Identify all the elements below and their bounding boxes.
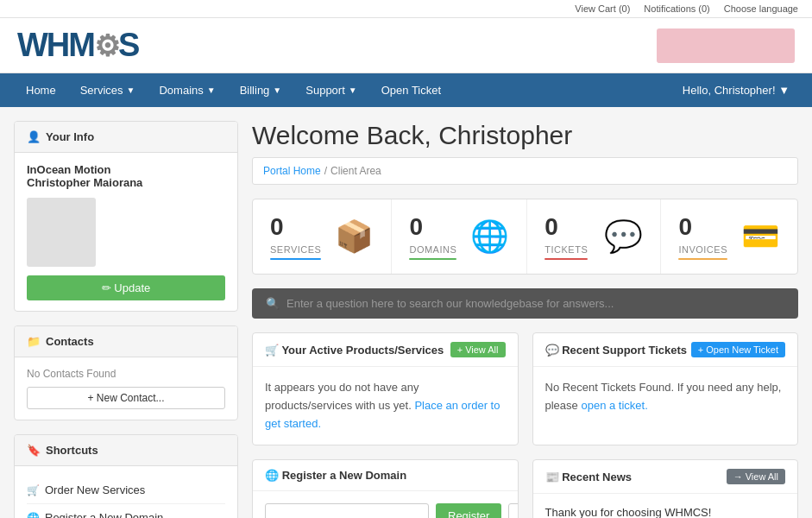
shortcut-register-domain[interactable]: 🌐 Register a New Domain — [27, 504, 225, 518]
nav-home[interactable]: Home — [14, 73, 68, 107]
services-dropdown-arrow: ▼ — [127, 85, 135, 95]
register-domain-button[interactable]: Register — [436, 503, 501, 518]
recent-news-card: 📰 Recent News → View All Thank you for c… — [532, 459, 799, 518]
main-content: Welcome Back, Christopher Portal Home / … — [252, 121, 798, 518]
content: 👤 Your Info InOcean Motion Christopher M… — [0, 107, 812, 518]
transfer-domain-button[interactable]: Transfer — [508, 503, 518, 518]
support-tickets-title: 💬 Recent Support Tickets — [545, 344, 688, 357]
logo: WHM⚙S — [17, 27, 138, 64]
search-bar: 🔍 — [252, 288, 798, 319]
breadcrumb: Portal Home / Client Area — [252, 157, 798, 185]
nav-open-ticket[interactable]: Open Ticket — [369, 73, 453, 107]
register-domain-card: 🌐 Register a New Domain Register Transfe… — [252, 459, 519, 518]
top-bar: View Cart (0) Notifications (0) Choose l… — [0, 0, 812, 18]
billing-dropdown-arrow: ▼ — [273, 85, 281, 95]
active-products-header: 🛒 Your Active Products/Services + View A… — [253, 333, 518, 367]
recent-news-body: Thank you for choosing WHMCS! 12/01/2016 — [533, 494, 798, 518]
support-tickets-card: 💬 Recent Support Tickets + Open New Tick… — [532, 332, 799, 445]
your-info-body: InOcean Motion Christopher Maiorana ✏ Up… — [15, 153, 237, 311]
invoices-label: INVOICES — [678, 244, 727, 255]
nav-domains[interactable]: Domains ▼ — [147, 73, 227, 107]
breadcrumb-separator: / — [324, 165, 327, 177]
shortcuts-body: 🛒 Order New Services 🌐 Register a New Do… — [15, 466, 237, 518]
stat-services: 0 SERVICES 📦 — [253, 199, 392, 274]
active-products-body: It appears you do not have any products/… — [253, 367, 518, 445]
avatar — [27, 198, 96, 267]
sidebar: 👤 Your Info InOcean Motion Christopher M… — [14, 121, 238, 518]
shortcuts-panel: 🔖 Shortcuts 🛒 Order New Services 🌐 Regis… — [14, 434, 238, 518]
stats-row: 0 SERVICES 📦 0 DOMAINS 🌐 0 TICKETS — [252, 199, 798, 275]
domains-label: DOMAINS — [409, 244, 456, 255]
shortcuts-header: 🔖 Shortcuts — [15, 435, 237, 466]
domain-input[interactable] — [265, 503, 429, 518]
header: WHM⚙S — [0, 18, 812, 73]
view-all-products-button[interactable]: + View All — [450, 342, 506, 357]
domains-icon: 🌐 — [470, 218, 509, 255]
shortcut-order-services[interactable]: 🛒 Order New Services — [27, 477, 225, 504]
logo-text: WHM⚙S — [17, 27, 138, 64]
tickets-label: TICKETS — [544, 244, 588, 255]
services-icon: 📦 — [335, 218, 374, 255]
nav-support[interactable]: Support ▼ — [293, 73, 368, 107]
header-avatar — [657, 28, 795, 63]
person-icon: 👤 — [27, 130, 41, 143]
active-products-text: It appears you do not have any products/… — [265, 381, 419, 412]
recent-news-header: 📰 Recent News → View All — [533, 460, 798, 494]
services-count: 0 — [270, 213, 321, 241]
tickets-underline — [544, 258, 588, 260]
user-greeting-arrow: ▼ — [778, 84, 790, 97]
register-domain-icon: 🌐 — [265, 469, 282, 482]
user-name: Christopher Maiorana — [27, 176, 225, 189]
support-tickets-header: 💬 Recent Support Tickets + Open New Tick… — [533, 333, 798, 367]
open-ticket-link[interactable]: open a ticket. — [581, 399, 647, 412]
welcome-title: Welcome Back, Christopher — [252, 121, 798, 150]
tickets-icon: 💬 — [604, 218, 643, 255]
cart-icon: 🛒 — [27, 484, 40, 496]
services-label: SERVICES — [270, 244, 321, 255]
your-info-panel: 👤 Your Info InOcean Motion Christopher M… — [14, 121, 238, 312]
cards-row-1: 🛒 Your Active Products/Services + View A… — [252, 332, 798, 445]
domains-underline — [409, 258, 456, 260]
search-input[interactable] — [286, 297, 784, 310]
your-info-header: 👤 Your Info — [15, 122, 237, 153]
new-contact-button[interactable]: + New Contact... — [27, 387, 225, 409]
invoices-icon: 💳 — [741, 218, 780, 255]
stat-invoices: 0 INVOICES 💳 — [661, 199, 797, 274]
contacts-panel: 📁 Contacts No Contacts Found + New Conta… — [14, 325, 238, 420]
open-new-ticket-button[interactable]: + Open New Ticket — [691, 342, 785, 357]
services-underline — [270, 258, 321, 260]
view-all-news-button[interactable]: → View All — [727, 469, 785, 484]
domains-dropdown-arrow: ▼ — [207, 85, 216, 95]
tickets-count: 0 — [544, 213, 588, 241]
domains-count: 0 — [409, 213, 456, 241]
invoices-underline — [678, 258, 727, 260]
company-name: InOcean Motion — [27, 163, 225, 176]
nav: Home Services ▼ Domains ▼ Billing ▼ Supp… — [0, 73, 812, 107]
globe-icon: 🌐 — [27, 512, 40, 519]
nav-services[interactable]: Services ▼ — [68, 73, 148, 107]
update-button[interactable]: ✏ Update — [27, 275, 225, 300]
search-icon: 🔍 — [266, 297, 280, 310]
header-right — [657, 28, 795, 63]
ticket-icon: 💬 — [545, 344, 563, 357]
breadcrumb-client-area: Client Area — [330, 165, 381, 177]
nav-left: Home Services ▼ Domains ▼ Billing ▼ Supp… — [14, 73, 453, 107]
shortcut-list: 🛒 Order New Services 🌐 Register a New Do… — [27, 477, 225, 518]
shortcuts-icon: 🔖 — [27, 444, 41, 457]
support-dropdown-arrow: ▼ — [349, 85, 357, 95]
stat-tickets: 0 TICKETS 💬 — [527, 199, 661, 274]
language-chooser[interactable]: Choose language — [724, 3, 798, 14]
breadcrumb-portal-home[interactable]: Portal Home — [263, 165, 321, 177]
products-icon: 🛒 — [265, 344, 281, 357]
recent-news-title: 📰 Recent News — [545, 471, 633, 483]
news-icon: 📰 — [545, 471, 563, 483]
cart-link[interactable]: View Cart (0) — [575, 3, 630, 14]
nav-user-greeting[interactable]: Hello, Christopher! ▼ — [674, 73, 798, 107]
nav-billing[interactable]: Billing ▼ — [228, 73, 294, 107]
contacts-header: 📁 Contacts — [15, 326, 237, 357]
notifications-link[interactable]: Notifications (0) — [644, 3, 709, 14]
active-products-title: 🛒 Your Active Products/Services — [265, 344, 444, 357]
contacts-icon: 📁 — [27, 335, 41, 348]
no-contacts-text: No Contacts Found — [27, 368, 225, 380]
news-text: Thank you for choosing WHMCS! — [545, 506, 786, 518]
